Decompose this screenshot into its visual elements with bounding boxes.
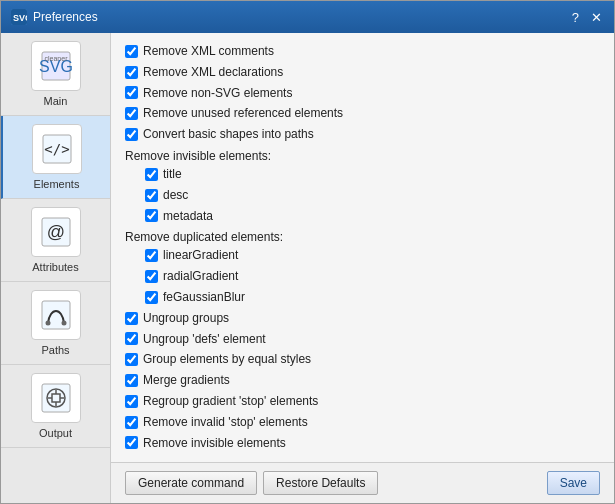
bottom-bar: Generate command Restore Defaults Save <box>111 462 614 503</box>
ungroup-defs-checkbox[interactable] <box>125 332 138 345</box>
checkbox-remove-unused-referenced: Remove unused referenced elements <box>125 105 600 122</box>
merge-gradients-checkbox[interactable] <box>125 374 138 387</box>
remove-unused-referenced-label[interactable]: Remove unused referenced elements <box>143 105 343 122</box>
checkbox-regroup-stop: Regroup gradient 'stop' elements <box>125 393 600 410</box>
sidebar-main-label: Main <box>44 95 68 107</box>
checkbox-convert-basic-shapes: Convert basic shapes into paths <box>125 126 600 143</box>
remove-non-svg-checkbox[interactable] <box>125 86 138 99</box>
title-label[interactable]: title <box>163 166 182 183</box>
attributes-icon: @ <box>31 207 81 257</box>
svg-point-10 <box>45 321 50 326</box>
main-content: Remove XML comments Remove XML declarati… <box>111 33 614 503</box>
sidebar-elements-label: Elements <box>34 178 80 190</box>
generate-command-button[interactable]: Generate command <box>125 471 257 495</box>
title-bar-left: SVG Preferences <box>11 9 98 25</box>
radialgradient-checkbox[interactable] <box>145 270 158 283</box>
checkbox-group-equal-styles: Group elements by equal styles <box>125 351 600 368</box>
svg-point-11 <box>61 321 66 326</box>
checkbox-desc: desc <box>145 187 600 204</box>
svg-text:cleaner: cleaner <box>44 55 68 62</box>
checkbox-metadata: metadata <box>145 208 600 225</box>
title-bar: SVG Preferences ? ✕ <box>1 1 614 33</box>
svg-rect-12 <box>42 384 70 412</box>
desc-checkbox[interactable] <box>145 189 158 202</box>
svg-text:SVG: SVG <box>13 13 27 23</box>
remove-invisible2-label[interactable]: Remove invisible elements <box>143 435 286 452</box>
remove-duplicated-items: linearGradient radialGradient feGaussian… <box>125 247 600 305</box>
convert-basic-shapes-label[interactable]: Convert basic shapes into paths <box>143 126 314 143</box>
sidebar-item-output[interactable]: Output <box>1 365 110 448</box>
checkbox-remove-non-svg: Remove non-SVG elements <box>125 85 600 102</box>
sidebar-item-main[interactable]: SVG cleaner Main <box>1 33 110 116</box>
help-button[interactable]: ? <box>570 11 581 24</box>
output-icon <box>31 373 81 423</box>
paths-icon <box>31 290 81 340</box>
group-equal-styles-checkbox[interactable] <box>125 353 138 366</box>
remove-xml-declarations-label[interactable]: Remove XML declarations <box>143 64 283 81</box>
remove-invisible2-checkbox[interactable] <box>125 436 138 449</box>
convert-basic-shapes-checkbox[interactable] <box>125 128 138 141</box>
lineargradient-checkbox[interactable] <box>145 249 158 262</box>
remove-unused-referenced-checkbox[interactable] <box>125 107 138 120</box>
merge-gradients-label[interactable]: Merge gradients <box>143 372 230 389</box>
regroup-stop-label[interactable]: Regroup gradient 'stop' elements <box>143 393 318 410</box>
fegaussianblur-label[interactable]: feGaussianBlur <box>163 289 245 306</box>
remove-duplicated-section: Remove duplicated elements: linearGradie… <box>125 230 600 305</box>
top-checkboxes: Remove XML comments Remove XML declarati… <box>125 43 600 143</box>
metadata-label[interactable]: metadata <box>163 208 213 225</box>
remove-invalid-stop-label[interactable]: Remove invalid 'stop' elements <box>143 414 308 431</box>
remove-non-svg-label[interactable]: Remove non-SVG elements <box>143 85 292 102</box>
more-checkboxes: Ungroup groups Ungroup 'defs' element Gr… <box>125 310 600 452</box>
remove-invisible-items: title desc metadata <box>125 166 600 224</box>
checkbox-merge-gradients: Merge gradients <box>125 372 600 389</box>
fegaussianblur-checkbox[interactable] <box>145 291 158 304</box>
checkbox-ungroup-defs: Ungroup 'defs' element <box>125 331 600 348</box>
remove-xml-comments-checkbox[interactable] <box>125 45 138 58</box>
group-equal-styles-label[interactable]: Group elements by equal styles <box>143 351 311 368</box>
remove-xml-comments-label[interactable]: Remove XML comments <box>143 43 274 60</box>
bottom-bar-left: Generate command Restore Defaults <box>125 471 378 495</box>
checkbox-remove-invisible2: Remove invisible elements <box>125 435 600 452</box>
remove-invalid-stop-checkbox[interactable] <box>125 416 138 429</box>
sidebar: SVG cleaner Main </> Elements <box>1 33 111 503</box>
sidebar-paths-label: Paths <box>41 344 69 356</box>
svg-text:</>: </> <box>44 141 69 157</box>
metadata-checkbox[interactable] <box>145 209 158 222</box>
regroup-stop-checkbox[interactable] <box>125 395 138 408</box>
app-icon: SVG <box>11 9 27 25</box>
close-button[interactable]: ✕ <box>589 11 604 24</box>
remove-xml-declarations-checkbox[interactable] <box>125 66 138 79</box>
restore-defaults-button[interactable]: Restore Defaults <box>263 471 378 495</box>
checkbox-title: title <box>145 166 600 183</box>
scroll-area[interactable]: Remove XML comments Remove XML declarati… <box>111 33 614 462</box>
checkbox-remove-xml-declarations: Remove XML declarations <box>125 64 600 81</box>
content-area: SVG cleaner Main </> Elements <box>1 33 614 503</box>
sidebar-output-label: Output <box>39 427 72 439</box>
window-title: Preferences <box>33 10 98 24</box>
sidebar-item-elements[interactable]: </> Elements <box>1 116 110 199</box>
checkbox-radialgradient: radialGradient <box>145 268 600 285</box>
checkbox-remove-invalid-stop: Remove invalid 'stop' elements <box>125 414 600 431</box>
preferences-window: SVG Preferences ? ✕ SVG cleaner Main <box>0 0 615 504</box>
elements-icon: </> <box>32 124 82 174</box>
sidebar-item-paths[interactable]: Paths <box>1 282 110 365</box>
checkbox-lineargradient: linearGradient <box>145 247 600 264</box>
ungroup-groups-checkbox[interactable] <box>125 312 138 325</box>
main-icon: SVG cleaner <box>31 41 81 91</box>
svg-text:@: @ <box>46 222 64 242</box>
svg-rect-9 <box>42 301 70 329</box>
radialgradient-label[interactable]: radialGradient <box>163 268 238 285</box>
save-button[interactable]: Save <box>547 471 600 495</box>
desc-label[interactable]: desc <box>163 187 188 204</box>
checkbox-fegaussianblur: feGaussianBlur <box>145 289 600 306</box>
sidebar-item-attributes[interactable]: @ Attributes <box>1 199 110 282</box>
title-checkbox[interactable] <box>145 168 158 181</box>
title-bar-controls: ? ✕ <box>570 11 604 24</box>
lineargradient-label[interactable]: linearGradient <box>163 247 238 264</box>
checkbox-ungroup-groups: Ungroup groups <box>125 310 600 327</box>
checkbox-remove-xml-comments: Remove XML comments <box>125 43 600 60</box>
sidebar-attributes-label: Attributes <box>32 261 78 273</box>
ungroup-groups-label[interactable]: Ungroup groups <box>143 310 229 327</box>
ungroup-defs-label[interactable]: Ungroup 'defs' element <box>143 331 266 348</box>
remove-invisible-label: Remove invisible elements: <box>125 149 600 163</box>
